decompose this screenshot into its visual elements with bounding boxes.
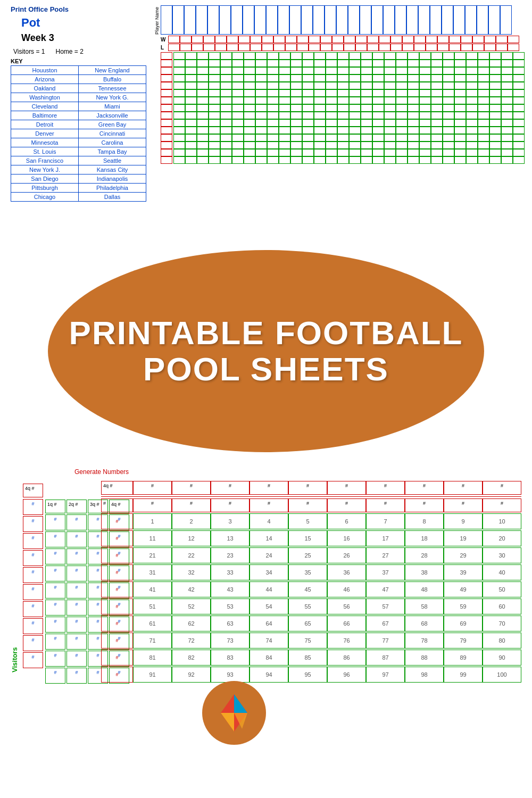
player-name-cell xyxy=(406,5,418,35)
game-grid-cell xyxy=(466,67,478,74)
game-grid-cell xyxy=(513,82,525,89)
pool-number-cell: 68 xyxy=(405,616,444,631)
game-grid-cell xyxy=(372,89,384,97)
game-grid-cell xyxy=(478,97,489,104)
game-grid-cell xyxy=(349,60,361,67)
game-grid-cell xyxy=(349,134,361,142)
game-grid-cell xyxy=(326,82,337,89)
pool-number-cell: 67 xyxy=(366,616,405,631)
game-grid-cell xyxy=(501,52,513,60)
game-grid-cell xyxy=(372,156,384,164)
game-grid-cell xyxy=(454,119,466,127)
game-grid-cell xyxy=(466,104,478,112)
game-grid-cell xyxy=(489,52,501,60)
game-grid-cell xyxy=(279,149,290,156)
game-grid-cell xyxy=(197,60,209,67)
visitor-score-cell: # xyxy=(23,584,43,600)
game-grid-cell xyxy=(197,156,209,164)
game-grid-cell xyxy=(337,97,349,104)
game-grid-cell xyxy=(209,112,220,119)
pool-number-cell: 53 xyxy=(211,598,250,614)
player-name-cell xyxy=(161,5,172,35)
game-grid-cell xyxy=(290,142,302,149)
game-grid-cell xyxy=(384,52,396,60)
l-cell xyxy=(168,44,180,51)
game-grid-cell xyxy=(302,104,314,112)
game-grid-cell xyxy=(302,97,314,104)
game-grid-cell xyxy=(431,97,443,104)
pool-number-cell: 32 xyxy=(172,564,211,580)
game-grid-cell xyxy=(419,156,431,164)
game-grid-cell xyxy=(209,67,220,74)
player-name-cell xyxy=(219,5,231,35)
game-grid-cell xyxy=(443,119,454,127)
generate-link[interactable]: Generate Numbers xyxy=(74,468,521,476)
qtr-score-cell: # xyxy=(45,531,65,547)
game-grid-cell xyxy=(185,60,197,67)
key-cell xyxy=(161,67,172,74)
game-grid-cell xyxy=(454,156,466,164)
w-cell xyxy=(390,36,402,43)
game-grid-cell xyxy=(443,104,454,112)
game-grid-cell xyxy=(232,127,244,134)
w-cell xyxy=(437,36,449,43)
pool-header-row: # ########## xyxy=(101,498,521,512)
game-grid-cell xyxy=(314,74,326,82)
game-grid-cell xyxy=(478,112,489,119)
game-grid-cell xyxy=(220,104,232,112)
game-grid-cell xyxy=(478,142,489,149)
game-grid-cell xyxy=(419,119,431,127)
w-cell xyxy=(367,36,379,43)
game-grid-cell xyxy=(290,104,302,112)
w-cell xyxy=(238,36,250,43)
w-cell xyxy=(203,36,215,43)
game-grid-cell xyxy=(279,112,290,119)
l-row: L xyxy=(161,44,525,51)
game-grid-cell xyxy=(466,149,478,156)
visitor-pool-num: # xyxy=(101,530,133,546)
game-grid-cell xyxy=(501,119,513,127)
pool-number-row: #51525354555657585960 xyxy=(101,598,521,614)
pool-number-cell: 31 xyxy=(133,564,172,580)
game-grid-cell xyxy=(267,142,279,149)
game-grid-row xyxy=(173,67,525,74)
player-name-label: Player Name xyxy=(154,5,160,35)
game-grid-cell xyxy=(290,127,302,134)
pool-right: 4q # ########## # ########## #1234567891… xyxy=(101,481,521,685)
l-cell xyxy=(472,44,484,51)
game-grid-cell xyxy=(232,60,244,67)
game-grid-cell xyxy=(489,149,501,156)
l-cell xyxy=(367,44,379,51)
top-section: Print Office Pools Pot Week 3 Visitors =… xyxy=(0,0,532,207)
game-grid-cell xyxy=(232,82,244,89)
game-grid-cell xyxy=(326,89,337,97)
game-grid-cell xyxy=(232,149,244,156)
pool-number-cell: 62 xyxy=(172,616,211,631)
home-team: Indianapolis xyxy=(79,174,146,184)
game-grid-cell xyxy=(501,127,513,134)
home-team: Jacksonville xyxy=(79,111,146,120)
home-number-top: # xyxy=(366,481,405,495)
game-grid-cell xyxy=(361,82,372,89)
visitor-team: Pittsburgh xyxy=(11,184,79,193)
game-grid-cell xyxy=(173,82,185,89)
pool-number-cell: 47 xyxy=(366,581,405,597)
game-grid-cell xyxy=(361,52,372,60)
game-grid-cell xyxy=(431,142,443,149)
l-cell xyxy=(496,44,508,51)
game-grid-cell xyxy=(290,134,302,142)
game-grid-cell xyxy=(197,134,209,142)
player-name-cell xyxy=(278,5,289,35)
pool-number-cell: 52 xyxy=(172,598,211,614)
game-grid-row xyxy=(173,104,525,112)
game-grid-cell xyxy=(326,127,337,134)
qtr-score-cell: # xyxy=(45,548,65,564)
print-link[interactable]: Print Office Pools xyxy=(11,5,149,13)
game-grid-cell xyxy=(501,74,513,82)
game-grid-cell xyxy=(232,97,244,104)
pool-number-cell: 16 xyxy=(327,530,366,546)
pool-number-cell: 24 xyxy=(250,547,288,563)
game-grid-cell xyxy=(244,112,255,119)
game-green-grid xyxy=(173,52,525,164)
game-grid-cell xyxy=(513,52,525,60)
